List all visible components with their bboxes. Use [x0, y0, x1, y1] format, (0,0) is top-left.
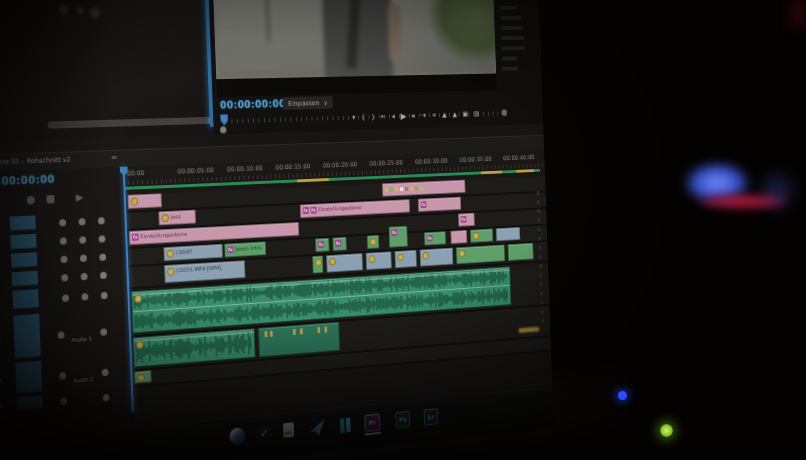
- track-visibility-toggle[interactable]: [62, 294, 69, 302]
- timeline-clip[interactable]: [420, 248, 454, 267]
- track-visibility-toggle[interactable]: [61, 273, 68, 281]
- lightroom-icon[interactable]: Lr: [424, 408, 439, 425]
- scrubber-knob[interactable]: [220, 126, 227, 133]
- track-visibility-toggle[interactable]: [98, 235, 105, 242]
- track-visibility-toggle[interactable]: [59, 218, 66, 225]
- timeline-clip[interactable]: [134, 370, 151, 383]
- monitor-screen: 00:00:00:00 Einpassen ∨ ▾{}⇤◂▶▸⇥∞▲▲▣▥ Se…: [0, 0, 554, 460]
- track-visibility-toggle[interactable]: [78, 218, 85, 225]
- track-visibility-toggle[interactable]: [79, 236, 86, 243]
- premiere-pro-icon[interactable]: Pr: [365, 414, 380, 432]
- timeline-clip[interactable]: [450, 230, 467, 244]
- antivirus-check-icon[interactable]: ✓: [256, 424, 272, 442]
- fx-badge-icon: [329, 258, 336, 266]
- ruler-label: 00:00:25:00: [369, 159, 403, 168]
- fit-dropdown[interactable]: Einpassen ∨: [283, 96, 333, 110]
- step-back-button[interactable]: ◂: [392, 112, 395, 122]
- track-patch-V1[interactable]: [12, 289, 38, 309]
- track-visibility-toggle[interactable]: [101, 291, 108, 299]
- scrubber-playhead[interactable]: [220, 114, 228, 125]
- fx-badge-icon: [459, 250, 466, 258]
- snap-icon[interactable]: [27, 196, 35, 205]
- track-visibility-toggle[interactable]: [81, 293, 88, 301]
- track-visibility-toggle[interactable]: [98, 217, 105, 224]
- clip-label: C0051.MP4 [MP4]: [176, 265, 221, 281]
- sequence-tab[interactable]: Sequenz 01 – Rohschnitt v2: [0, 156, 71, 168]
- timeline-clip[interactable]: [312, 255, 323, 273]
- timeline-clip[interactable]: fx: [389, 226, 408, 248]
- track-patch-A2[interactable]: [15, 361, 42, 394]
- clip-marker-icon: [405, 187, 408, 191]
- source-scrollbar[interactable]: [47, 117, 214, 129]
- timeline-header: 00:00:00:00 Audio 1Audio 2: [0, 167, 134, 442]
- fx-badge-icon: [161, 214, 169, 222]
- browser-app-icon[interactable]: [229, 427, 245, 445]
- timeline-clip[interactable]: [367, 235, 379, 249]
- keyframe-tick: [270, 331, 273, 337]
- timeline-clip[interactable]: [128, 193, 162, 209]
- timeline-settings-icon[interactable]: [46, 195, 54, 204]
- track-visibility-toggle[interactable]: [99, 253, 106, 260]
- track-patch-V3[interactable]: [11, 252, 37, 268]
- export-frame-button[interactable]: ▣: [462, 110, 468, 119]
- track-visibility-toggle[interactable]: [80, 254, 87, 261]
- panel-icon: [90, 8, 100, 18]
- timeline-clip[interactable]: fx: [315, 238, 329, 252]
- timeline-clip[interactable]: fx: [458, 213, 475, 227]
- timeline-clip[interactable]: [326, 253, 363, 273]
- mark-in-button[interactable]: {: [361, 112, 365, 122]
- track-visibility-toggle[interactable]: [81, 272, 88, 280]
- program-timecode: 00:00:00:00: [220, 98, 286, 110]
- timeline-clip[interactable]: [456, 244, 505, 264]
- track-lock-toggle[interactable]: [0, 377, 2, 384]
- timeline-clip[interactable]: [395, 250, 417, 268]
- track-patch-V5[interactable]: [10, 215, 36, 231]
- track-visibility-toggle[interactable]: [100, 271, 107, 278]
- timeline-clip[interactable]: fx: [424, 231, 446, 245]
- timeline-clip[interactable]: [366, 251, 392, 270]
- bokeh-light-blue: [684, 162, 750, 204]
- timeline-clip[interactable]: fx: [332, 237, 346, 251]
- track-mute-toggle[interactable]: [102, 368, 109, 376]
- track-mute-toggle[interactable]: [103, 393, 110, 401]
- eps-app-icon[interactable]: EPS: [283, 422, 294, 438]
- go-to-in-button[interactable]: ⇤: [381, 112, 386, 122]
- track-mute-toggle[interactable]: [57, 331, 64, 339]
- timeline-clip[interactable]: fx: [418, 197, 461, 212]
- add-marker-button[interactable]: ▾: [352, 113, 355, 123]
- track-name-label: Audio 2: [73, 376, 93, 384]
- timeline-clip[interactable]: Jazz: [158, 210, 196, 226]
- panels-app-icon[interactable]: [337, 417, 352, 435]
- timeline-clip[interactable]: fxJason Intro: [224, 241, 266, 257]
- paint3d-app-icon[interactable]: [309, 419, 324, 437]
- track-mute-toggle[interactable]: [60, 397, 67, 405]
- mark-out-button[interactable]: }: [371, 112, 375, 122]
- lift-button[interactable]: ▲: [442, 110, 447, 120]
- bokeh-light-blue-faint: [756, 168, 798, 214]
- timeline-clip[interactable]: [508, 243, 534, 261]
- track-patch-A1[interactable]: [13, 314, 40, 359]
- track-mute-toggle[interactable]: [59, 372, 66, 380]
- track-visibility-toggle[interactable]: [60, 237, 67, 245]
- timeline-clip[interactable]: [496, 227, 520, 241]
- ruler-label: 00:00:35:00: [459, 155, 491, 164]
- photo-scene: 00:00:00:00 Einpassen ∨ ▾{}⇤◂▶▸⇥∞▲▲▣▥ Se…: [0, 0, 806, 460]
- panel-menu-icon[interactable]: ≡: [111, 153, 118, 162]
- nested-sequence-icon[interactable]: [76, 194, 84, 202]
- timeline-clip[interactable]: [470, 228, 493, 242]
- go-to-out-button[interactable]: ⇥: [421, 111, 426, 121]
- photoshop-icon[interactable]: Ps: [395, 411, 410, 428]
- loop-button[interactable]: ∞: [431, 110, 436, 120]
- track-patch-A3[interactable]: [17, 396, 43, 411]
- track-visibility-toggle[interactable]: [60, 255, 67, 263]
- track-mute-toggle[interactable]: [100, 328, 107, 336]
- extract-button[interactable]: ▲: [452, 110, 457, 119]
- play-button[interactable]: ▶: [400, 111, 406, 121]
- track-patch-V4[interactable]: [10, 234, 36, 250]
- track-lock-toggle[interactable]: [0, 403, 3, 410]
- track-patch-V2[interactable]: [12, 271, 38, 287]
- clip-marker-icon: [390, 188, 394, 192]
- step-forward-button[interactable]: ▸: [412, 111, 415, 121]
- fx-badge-icon: [473, 232, 480, 240]
- settings-button[interactable]: ▥: [473, 109, 479, 118]
